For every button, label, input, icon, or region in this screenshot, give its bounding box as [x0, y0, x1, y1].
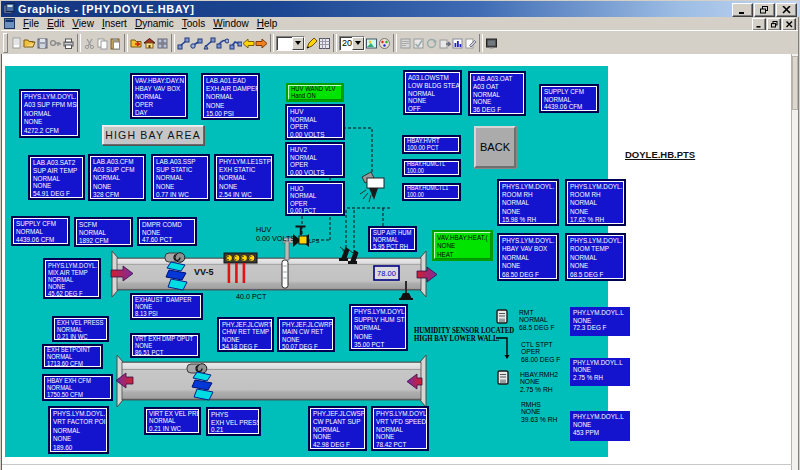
point-box[interactable]: HBAY EXH CFMNORMAL1750.50 CFM — [42, 374, 113, 401]
point-box[interactable]: PHYS.LYM.DOYL.ROOM TEMPNORMALNONE68.5 DE… — [565, 233, 626, 281]
point-box[interactable]: PHYS.LYM.DOYL.A03 SUP FPM MSINORMALNONE4… — [19, 89, 80, 138]
menu-dynamic[interactable]: Dynamic — [131, 17, 178, 30]
point-box[interactable]: PHYS.LYM.DOYL.ROOM RHNORMALNONE17.62 % R… — [565, 179, 626, 226]
status-box[interactable]: HUV WAND VLVHand ON — [286, 83, 344, 102]
props-icon[interactable] — [399, 36, 412, 50]
point-box[interactable]: PHYS.LYM.DOYL.MIX AIR TEMPNORMALNONE45.6… — [43, 258, 101, 299]
point-box[interactable]: LAB.A03.OATA03 OATNORMALNONE36 DEG F — [468, 71, 526, 116]
canvas-text-line: 0.00 VOLTS — [256, 235, 295, 244]
folder-go-icon[interactable] — [130, 36, 143, 50]
point-box[interactable]: PHYS.LYM.DOYL.VRT VFD SPEEDNORMALNONE78.… — [371, 406, 429, 451]
title-bar[interactable]: Graphics - [PHY.DOYLE.HBAY] — [1, 1, 799, 17]
point-box[interactable]: PHY.JEF.JLCWRPMAIN CW RETNONE50.07 DEG F — [277, 317, 335, 352]
point-status: NORMAL — [47, 353, 90, 360]
point-box[interactable]: PHY.JEF.JLCWRTCHW RET TEMPNONE54.18 DEG … — [217, 317, 274, 352]
menu-tools[interactable]: Tools — [178, 17, 209, 30]
link4-icon[interactable] — [216, 36, 229, 50]
point-box[interactable]: PHY.LYM.LE1STPEXH STATICNORMALNONE2.54 I… — [214, 154, 274, 201]
menu-view[interactable]: View — [68, 17, 98, 30]
point-box[interactable]: HBAY.HVRT100.00 PCT — [402, 135, 461, 154]
status-box[interactable]: VAV.HBAY:HEAT.(NONEHEAT — [432, 230, 493, 261]
copy-icon[interactable] — [96, 36, 109, 50]
link5-icon[interactable] — [229, 36, 242, 50]
cut-icon[interactable] — [83, 36, 96, 50]
point-box[interactable]: LAB.A03.SAT2SUP AIR TEMPNORMALNONE54.91 … — [28, 155, 85, 200]
menu-edit[interactable]: Edit — [43, 17, 68, 30]
print-icon[interactable] — [62, 36, 75, 50]
menu-help[interactable]: Help — [253, 17, 282, 30]
menu-insert[interactable]: Insert — [98, 17, 131, 30]
point-value: 2.75 % RH — [573, 374, 623, 381]
point-box[interactable]: SUPPLY CFMNORMAL4439.06 CFM — [11, 216, 70, 246]
point-box[interactable]: PHYS.LYM.DOYL.SUPPLY HUM STPNORMALNONE35… — [349, 304, 408, 351]
point-box[interactable]: HBAY.HUMCTL1100.00 — [402, 183, 461, 201]
link3-icon[interactable] — [203, 36, 216, 50]
toolbar-separator — [479, 34, 483, 52]
point-box[interactable]: EXH SETPOINTNORMAL1713.60 CFM — [42, 344, 103, 369]
point-box[interactable]: PHY.LYM.DOYL.LNONE2.75 % RH — [570, 358, 630, 386]
pencil-icon[interactable] — [305, 36, 318, 50]
back-arrow-icon[interactable] — [242, 36, 255, 50]
link2-icon[interactable] — [190, 36, 203, 50]
restore-button[interactable] — [754, 3, 775, 17]
paste-icon[interactable] — [109, 36, 122, 50]
point-box[interactable]: PHY.JEF.JLCWSPCW PLANT SUPNORMALNONE42.9… — [308, 406, 367, 451]
minimize-button[interactable] — [732, 3, 753, 17]
image-icon[interactable] — [365, 36, 378, 50]
menu-bar: FileEditViewInsertDynamicToolsWindowHelp — [1, 17, 799, 30]
point-box[interactable]: EXHAUST DAMPERNONE8.13 PSI — [130, 293, 203, 320]
chart-icon[interactable] — [451, 36, 464, 50]
point-box[interactable]: HUV2NORMALOPER0.00 VOLTS — [285, 142, 345, 178]
forward-arrow-icon[interactable] — [255, 36, 268, 50]
point-box[interactable]: VRT EXH DMP OPUTNONE86.51 PCT — [130, 333, 200, 358]
points-list-link[interactable]: DOYLE.HB.PTS — [625, 149, 695, 160]
key-icon[interactable] — [49, 36, 62, 50]
refresh-icon[interactable] — [425, 36, 438, 50]
link1-icon[interactable] — [177, 36, 190, 50]
new-icon[interactable] — [10, 36, 23, 50]
point-box[interactable]: LAB.A03.SSPSUP STATICNORMALNONE0.77 IN W… — [151, 154, 210, 201]
zoom-combobox[interactable]: 20 — [339, 36, 365, 51]
point-box[interactable]: HUONORMALOPER0.00 PCT — [285, 181, 345, 216]
check-icon[interactable] — [412, 36, 425, 50]
point-box[interactable]: A03.LOWSTMLOW BLDG STEANORMALNONEOFF — [403, 70, 462, 115]
point-value: 0.00 VOLTS — [290, 169, 324, 177]
screen-icon[interactable] — [485, 36, 498, 50]
point-box[interactable]: VIRT EX VEL PRENORMAL0.21 IN WC — [144, 407, 201, 435]
point-value: 4439.06 CFM — [544, 103, 584, 111]
point-box[interactable]: EXH VEL PRESSNORMAL0.21 IN WC — [52, 316, 109, 342]
home-icon[interactable] — [143, 36, 156, 50]
point-box[interactable]: LAB.A01.EADEXH AIR DAMPERNORMALNONE15.00… — [201, 73, 260, 120]
style-combobox[interactable] — [276, 36, 305, 51]
point-box[interactable]: PHYS.LYM.DOYL.ROOM RHNORMALNONE15.98 % R… — [497, 179, 559, 226]
edit-doc-icon[interactable] — [464, 36, 477, 50]
menu-window[interactable]: Window — [209, 17, 253, 30]
toolbar-separator — [124, 34, 128, 52]
point-box[interactable]: PHY.LYM.DOYL.LNONE453 PPM — [570, 411, 630, 441]
save-icon[interactable] — [36, 36, 49, 50]
close-button[interactable] — [776, 3, 797, 17]
point-box[interactable]: PHYSEXH VEL PRESS0.21 — [206, 407, 261, 436]
point-box[interactable]: SUPPLY CFMNORMAL4439.06 CFM — [539, 84, 599, 113]
point-box[interactable]: PHYS.LYM.DOYL.VRT FACTOR POINORMALNONE18… — [48, 406, 109, 454]
point-box[interactable]: LAB.A03.CFMA03 SUP CFMNORMALNONE328 CFM — [88, 154, 146, 201]
palette-icon[interactable] — [378, 36, 391, 50]
grid-icon[interactable] — [318, 36, 331, 50]
point-box[interactable]: HBAY.HUMCTL100.00 — [402, 159, 461, 177]
export-icon[interactable] — [438, 36, 451, 50]
zoom-value: 20 — [342, 38, 352, 48]
views-icon[interactable] — [156, 36, 169, 50]
point-box[interactable]: SCFMNORMAL1892 CFM — [74, 217, 133, 247]
menu-file[interactable]: File — [19, 17, 43, 30]
point-name: VRT EXH DMP OPUT — [135, 335, 193, 342]
vertical-scrollbar[interactable] — [791, 54, 798, 470]
point-box[interactable]: VAV.HBAY:DAY.NHBAY VAV BOXNORMALOPERDAY — [130, 73, 188, 119]
point-value: 4439.06 CFM — [16, 236, 56, 244]
point-box[interactable]: HUVNORMALOPER0.00 VOLTS — [285, 104, 345, 140]
point-box[interactable]: PHYS.LYM.DOYL.HBAY VAV BOXNORMALNONE68.5… — [497, 233, 559, 281]
point-box[interactable]: DMPR COMDNONE47.60 PCT — [137, 217, 197, 246]
back-button[interactable]: BACK — [474, 126, 516, 168]
open-icon[interactable] — [23, 36, 36, 50]
point-box[interactable]: PHY.LYM.DOYL.LNONE72.3 DEG F — [570, 307, 630, 336]
point-box[interactable]: SUP AIR HUMNORMAL5.95 PCT RH — [368, 226, 417, 252]
